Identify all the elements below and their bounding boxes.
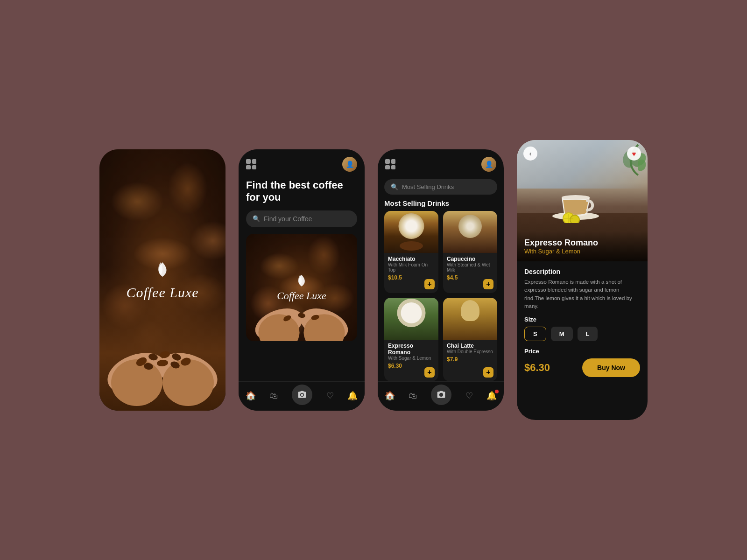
section-title: Most Selling Drinks — [378, 199, 504, 211]
brand-name: Coffee Luxe — [126, 285, 198, 301]
back-button[interactable]: ‹ — [523, 147, 537, 161]
svg-point-19 — [301, 394, 303, 396]
coffee-card-chai[interactable]: Chai Latte With Double Expresso $7.9 + — [443, 298, 497, 381]
home-screen: 👤 Find the best coffee for you 🔍 Find yo… — [239, 149, 365, 411]
nav-home[interactable]: 🏠 — [246, 391, 256, 401]
menu-search-text: Most Selling Drinks — [402, 183, 454, 190]
description-title: Description — [524, 268, 640, 275]
macchiato-add-btn[interactable]: + — [424, 279, 435, 289]
bell-badge — [495, 390, 499, 393]
chai-add-btn[interactable]: + — [483, 367, 493, 378]
chai-name: Chai Latte — [447, 343, 493, 349]
menu-nav-bag[interactable]: 🛍 — [409, 391, 417, 401]
detail-screen: ‹ ♥ Expresso Romano With Sugar & Lemon D… — [517, 140, 648, 420]
buy-button[interactable]: Buy Now — [582, 358, 640, 377]
coffee-card-macchiato[interactable]: Macchiato With Milk Foam On Top $10.5 + — [384, 211, 438, 293]
size-l-button[interactable]: L — [578, 327, 598, 341]
price-label: Price — [524, 348, 640, 355]
chai-info: Chai Latte With Double Expresso $7.9 — [443, 340, 497, 365]
home-header: 👤 — [239, 149, 365, 175]
menu-search-icon: 🔍 — [391, 183, 398, 190]
svg-point-1 — [111, 359, 162, 406]
menu-search[interactable]: 🔍 Most Selling Drinks — [384, 179, 497, 195]
menu-screen: 👤 🔍 Most Selling Drinks Most Selling Dri… — [378, 149, 504, 411]
coffee-card-expresso[interactable]: Expresso Romano With Sugar & Lemon $6.30… — [384, 298, 438, 381]
phone-detail: ‹ ♥ Expresso Romano With Sugar & Lemon D… — [517, 140, 648, 420]
expresso-sub: With Sugar & Lemon — [388, 356, 435, 361]
phone-splash: Coffee Luxe — [99, 149, 226, 411]
size-options: S M L — [524, 327, 640, 341]
fav-button[interactable]: ♥ — [627, 147, 641, 161]
screens-container: Coffee Luxe — [81, 121, 666, 439]
size-label: Size — [524, 316, 640, 323]
expresso-name: Expresso Romano — [388, 343, 435, 356]
chai-price: $7.9 — [447, 356, 493, 363]
detail-price: $6.30 — [524, 362, 550, 374]
nav-heart[interactable]: ♡ — [326, 391, 334, 401]
capuccino-sub: With Steamed & Wet Milk — [447, 262, 493, 273]
splash-logo: Coffee Luxe — [126, 260, 198, 301]
capuccino-image — [443, 211, 497, 253]
svg-point-3 — [162, 359, 214, 406]
menu-header: 👤 — [378, 149, 504, 175]
chai-sub: With Double Expresso — [447, 349, 493, 354]
capuccino-add-btn[interactable]: + — [483, 279, 493, 289]
nav-camera[interactable] — [292, 385, 312, 405]
macchiato-name: Macchiato — [388, 256, 435, 262]
drink-name: Expresso Romano — [524, 238, 640, 248]
hero-overlay: Expresso Romano With Sugar & Lemon — [517, 231, 648, 261]
price-buy-row: $6.30 Buy Now — [524, 358, 640, 377]
phone-menu: 👤 🔍 Most Selling Drinks Most Selling Dri… — [378, 149, 504, 411]
avatar[interactable]: 👤 — [342, 157, 357, 172]
leaf-icon — [126, 260, 198, 283]
banner-brand: Coffee Luxe — [277, 290, 326, 302]
detail-body: Description Expresso Romano is made with… — [517, 261, 648, 420]
menu-nav-camera[interactable] — [431, 385, 451, 405]
hero-plant — [601, 140, 648, 203]
coffee-card-capuccino[interactable]: Capuccino With Steamed & Wet Milk $4.5 + — [443, 211, 497, 293]
fav-icon: ♥ — [632, 150, 636, 158]
menu-nav-bell[interactable]: 🔔 — [486, 391, 497, 401]
home-content: Find the best coffee for you 🔍 Find your… — [239, 175, 365, 381]
drink-sub: With Sugar & Lemon — [524, 248, 640, 255]
expresso-add-btn[interactable]: + — [424, 367, 435, 378]
search-bar[interactable]: 🔍 Find your Coffee — [246, 210, 357, 227]
svg-point-23 — [570, 215, 579, 223]
expresso-image — [384, 298, 438, 340]
capuccino-name: Capuccino — [447, 256, 493, 262]
grid-icon[interactable] — [246, 159, 256, 169]
headline: Find the best coffee for you — [246, 179, 357, 204]
search-placeholder: Find your Coffee — [264, 215, 312, 223]
macchiato-image — [384, 211, 438, 253]
nav-bag[interactable]: 🛍 — [269, 391, 278, 401]
size-s-button[interactable]: S — [524, 327, 546, 341]
svg-point-21 — [562, 195, 590, 200]
description-text: Expresso Romano is made with a shot of e… — [524, 278, 640, 310]
home-banner: Coffee Luxe — [246, 234, 357, 341]
back-icon: ‹ — [529, 150, 532, 157]
menu-nav-heart[interactable]: ♡ — [465, 391, 473, 401]
phone-home: 👤 Find the best coffee for you 🔍 Find yo… — [239, 149, 365, 411]
search-icon: 🔍 — [253, 215, 260, 222]
home-nav: 🏠 🛍 ♡ 🔔 — [239, 381, 365, 411]
menu-nav-home[interactable]: 🏠 — [385, 391, 395, 401]
nav-bell[interactable]: 🔔 — [347, 391, 358, 401]
banner-logo: Coffee Luxe — [277, 273, 326, 302]
menu-grid-icon[interactable] — [385, 159, 395, 169]
menu-nav: 🏠 🛍 ♡ 🔔 — [378, 381, 504, 411]
macchiato-sub: With Milk Foam On Top — [388, 262, 435, 273]
splash-background: Coffee Luxe — [99, 149, 226, 411]
detail-hero: ‹ ♥ Expresso Romano With Sugar & Lemon — [517, 140, 648, 261]
size-m-button[interactable]: M — [551, 327, 573, 341]
coffee-grid: Macchiato With Milk Foam On Top $10.5 + … — [378, 211, 504, 381]
menu-avatar[interactable]: 👤 — [481, 157, 496, 172]
chai-image — [443, 298, 497, 340]
